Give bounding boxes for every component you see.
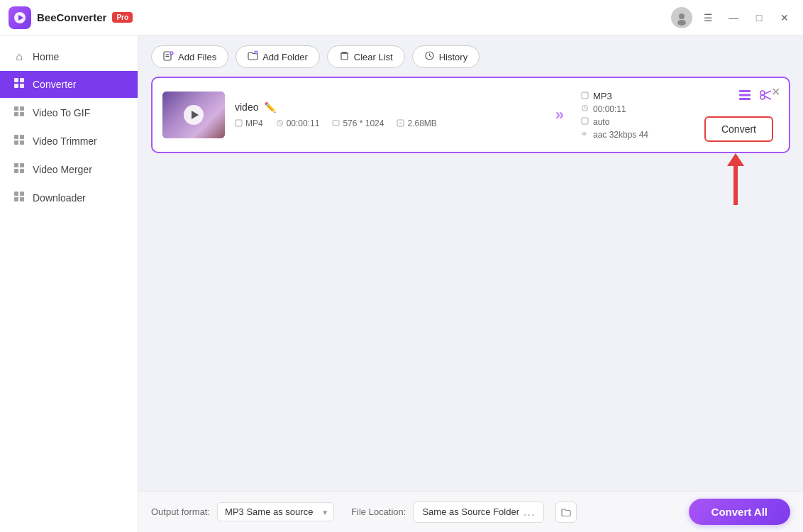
target-format: MP3 [593,91,612,101]
svg-rect-21 [14,192,18,196]
sidebar-item-video-merger[interactable]: Video Merger [0,156,138,183]
maximize-button[interactable]: □ [749,8,769,28]
svg-rect-34 [341,53,348,60]
duration-value: 00:00:11 [287,118,320,128]
output-format-label: Output format: [151,506,210,517]
file-info: video ✏️ MP4 [235,101,538,128]
sidebar-item-converter[interactable]: Converter [0,71,138,98]
target-duration-row: 00:00:11 [581,104,694,114]
clear-list-label: Clear List [354,52,393,62]
minimize-button[interactable]: — [724,8,743,28]
sidebar-item-home[interactable]: ⌂ Home [0,44,138,70]
svg-rect-17 [14,163,18,167]
svg-rect-13 [14,135,18,139]
size-icon [397,119,404,128]
output-format-wrapper: MP3 Same as source ▼ [217,502,334,521]
output-info: MP3 00:00:11 [581,91,694,140]
add-files-icon [163,50,174,63]
svg-rect-46 [739,98,751,100]
file-meta: MP4 00:00:11 [235,118,538,128]
file-card: ✕ video ✏️ [151,77,790,153]
content-area: Add Files Add Folder [138,35,803,532]
file-location-button[interactable]: Same as Source Folder ... [413,501,544,523]
add-files-button[interactable]: Add Files [151,45,228,68]
history-icon [424,50,435,63]
settings-icon[interactable] [738,88,752,105]
user-avatar[interactable] [671,7,692,28]
red-arrow-body [733,166,738,205]
svg-rect-18 [20,163,24,167]
svg-rect-5 [14,78,18,82]
svg-point-4 [677,20,686,26]
sidebar-item-label: Video Trimmer [33,135,97,147]
add-folder-icon [248,50,258,63]
sidebar-item-label: Video Merger [33,164,92,175]
red-arrow-head [727,153,744,166]
sidebar-item-downloader[interactable]: Downloader [0,184,138,211]
svg-rect-45 [739,94,751,96]
output-format-select[interactable]: MP3 Same as source [217,502,334,521]
title-bar: BeeConverter Pro ☰ — □ ✕ [0,0,803,35]
home-icon: ⌂ [13,50,26,63]
target-quality-icon [581,117,589,126]
annotation-arrow [151,153,790,210]
svg-point-48 [760,95,765,99]
add-files-label: Add Files [178,52,216,62]
file-name-row: video ✏️ [235,101,538,113]
red-arrow [727,153,744,210]
close-card-icon[interactable]: ✕ [771,85,780,99]
source-format: MP4 [235,118,263,128]
svg-rect-24 [20,197,24,201]
svg-rect-9 [14,106,18,111]
svg-rect-19 [14,169,18,173]
sidebar-item-label: Converter [33,79,76,90]
convert-button[interactable]: Convert [704,116,773,142]
file-thumbnail[interactable] [162,92,225,138]
bottom-bar: Output format: MP3 Same as source ▼ File… [138,491,803,532]
file-location-field: File Location: Same as Source Folder ... [351,501,577,523]
merger-icon [13,162,26,177]
downloader-icon [13,191,26,205]
convert-all-button[interactable]: Convert All [689,499,790,525]
target-audio-icon [581,130,589,139]
svg-rect-16 [20,140,24,145]
output-format-field: Output format: MP3 Same as source ▼ [151,502,334,521]
pro-badge: Pro [112,12,133,23]
svg-rect-15 [14,140,18,145]
format-icon [235,119,243,128]
browse-folder-button[interactable] [555,501,577,523]
close-button[interactable]: ✕ [775,8,794,28]
play-button[interactable] [184,105,204,125]
resolution-value: 576 * 1024 [343,118,384,128]
svg-rect-23 [14,197,18,201]
svg-rect-38 [333,121,339,126]
svg-rect-8 [20,84,24,88]
target-format-icon [581,92,589,101]
sidebar: ⌂ Home Converter [0,35,138,532]
clear-list-button[interactable]: Clear List [327,45,405,68]
svg-point-3 [679,13,685,19]
target-quality: auto [593,117,609,127]
clear-list-icon [339,50,350,63]
size-value: 2.68MB [407,118,436,128]
window-controls: ☰ — □ ✕ [671,7,794,28]
target-duration: 00:00:11 [593,104,626,114]
sidebar-item-video-trimmer[interactable]: Video Trimmer [0,128,138,155]
svg-rect-41 [582,92,588,99]
svg-rect-20 [20,169,24,173]
add-folder-button[interactable]: Add Folder [236,45,320,68]
menu-button[interactable]: ☰ [698,8,718,28]
target-quality-row: auto [581,117,694,127]
location-more-dots: ... [524,506,535,519]
source-resolution: 576 * 1024 [332,118,384,128]
target-audio-row: aac 32kbps 44 [581,130,694,140]
sidebar-item-label: Downloader [33,192,86,204]
resolution-icon [332,119,340,128]
history-button[interactable]: History [412,45,480,68]
sidebar-item-label: Video To GIF [33,107,90,118]
sidebar-item-label: Home [33,51,59,62]
main-layout: ⌂ Home Converter [0,35,803,532]
edit-name-icon[interactable]: ✏️ [264,101,276,113]
trimmer-icon [13,134,26,148]
sidebar-item-video-to-gif[interactable]: Video To GIF [0,99,138,126]
